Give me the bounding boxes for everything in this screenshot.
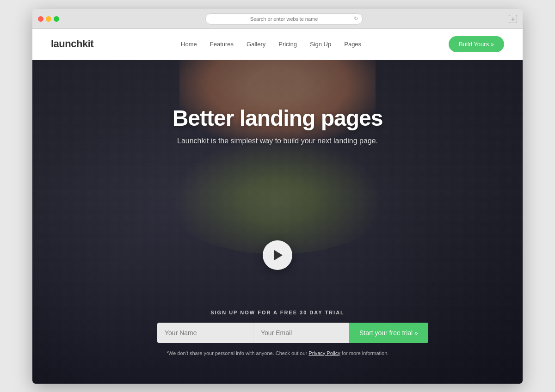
email-input[interactable] (253, 323, 349, 343)
submit-button[interactable]: Start your free trial » (349, 323, 428, 343)
website-content: launchkit Home Features Gallery Pricing … (32, 29, 523, 384)
minimize-button[interactable] (46, 16, 51, 22)
nav-home[interactable]: Home (181, 41, 197, 48)
browser-window: 🔍 ↻ + launchkit Home Features Gallery Pr… (32, 9, 523, 384)
nav-pricing[interactable]: Pricing (278, 41, 297, 48)
hero-title: Better landing pages (173, 106, 383, 131)
hero-subtitle: Launchkit is the simplest way to build y… (177, 137, 378, 145)
hero-bottom: SIGN UP NOW FOR A FREE 30 DAY TRIAL Star… (32, 310, 523, 356)
privacy-policy-link[interactable]: Privacy Policy (308, 350, 340, 356)
nav-signup[interactable]: Sign Up (310, 41, 331, 48)
name-input[interactable] (157, 323, 253, 343)
close-button[interactable] (38, 16, 43, 22)
hero-cta-label: SIGN UP NOW FOR A FREE 30 DAY TRIAL (210, 310, 345, 315)
new-tab-button[interactable]: + (509, 15, 517, 23)
nav-features[interactable]: Features (210, 41, 234, 48)
refresh-icon[interactable]: ↻ (354, 16, 358, 22)
site-logo: launchkit (51, 38, 93, 50)
hero-section: Better landing pages Launchkit is the si… (32, 60, 523, 384)
build-yours-button[interactable]: Build Yours » (449, 36, 504, 52)
browser-chrome: 🔍 ↻ + (32, 9, 523, 29)
nav-links: Home Features Gallery Pricing Sign Up Pa… (181, 41, 361, 48)
window-controls (38, 16, 59, 22)
nav-pages[interactable]: Pages (344, 41, 361, 48)
address-bar-area: 🔍 ↻ (81, 13, 487, 24)
play-icon (274, 250, 283, 260)
hero-content: Better landing pages Launchkit is the si… (173, 60, 383, 146)
disclaimer-text: *We don't share your personal info with … (166, 350, 389, 356)
signup-form: Start your free trial » (157, 323, 398, 343)
navbar: launchkit Home Features Gallery Pricing … (32, 29, 523, 60)
nav-gallery[interactable]: Gallery (247, 41, 265, 48)
play-button-wrapper (263, 240, 292, 270)
play-button[interactable] (263, 240, 292, 270)
maximize-button[interactable] (54, 16, 59, 22)
address-bar-wrapper: 🔍 ↻ (205, 13, 363, 24)
address-input[interactable] (205, 13, 363, 24)
